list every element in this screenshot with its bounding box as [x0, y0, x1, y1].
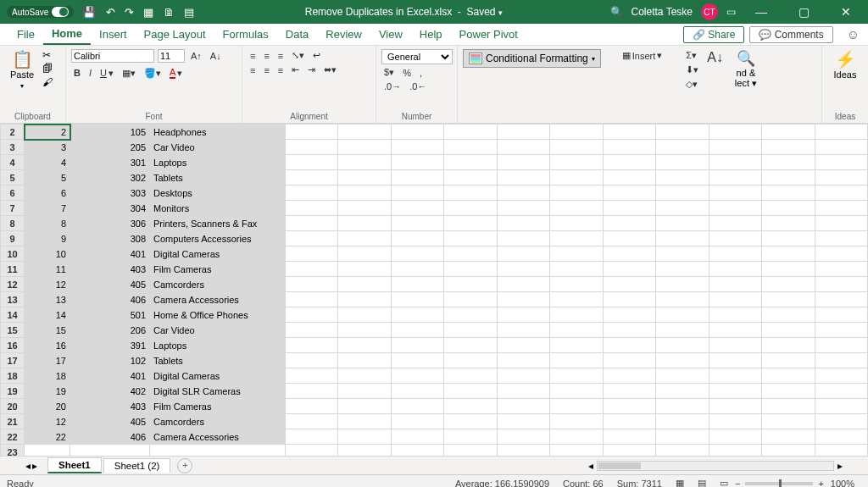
cell[interactable] — [338, 216, 391, 231]
cell[interactable] — [286, 368, 338, 384]
cell[interactable] — [709, 292, 761, 307]
cell[interactable] — [391, 262, 443, 277]
cell[interactable]: 7 — [25, 201, 70, 216]
tab-power-pivot[interactable]: Power Pivot — [451, 24, 526, 45]
autosum-icon[interactable]: Σ▾ — [683, 49, 701, 62]
increase-font-icon[interactable]: A↑ — [188, 50, 204, 62]
cell[interactable] — [603, 338, 655, 353]
cell[interactable] — [497, 384, 549, 399]
cell[interactable] — [709, 125, 761, 140]
view-normal-icon[interactable]: ▦ — [676, 478, 684, 487]
conditional-formatting-button[interactable]: Conditional Formatting ▾ — [463, 49, 601, 68]
cell[interactable] — [709, 384, 761, 399]
cell[interactable] — [603, 170, 655, 185]
cell[interactable] — [25, 445, 70, 457]
cell[interactable] — [709, 323, 761, 338]
cell[interactable]: 12 — [25, 414, 70, 429]
cell[interactable] — [286, 338, 338, 353]
cell[interactable] — [762, 170, 815, 185]
cell[interactable] — [444, 170, 497, 185]
cell[interactable] — [550, 231, 603, 246]
feedback-icon[interactable]: ☺ — [847, 27, 860, 42]
cell[interactable] — [497, 125, 549, 140]
cell[interactable] — [550, 185, 603, 201]
underline-button[interactable]: U▾ — [97, 67, 116, 80]
cell[interactable] — [656, 307, 709, 323]
cell[interactable]: Camera Accessories — [150, 429, 286, 445]
cell[interactable] — [444, 231, 497, 246]
row-header[interactable]: 9 — [1, 231, 25, 246]
cell[interactable] — [550, 140, 603, 155]
cell[interactable]: Digital SLR Cameras — [150, 384, 286, 399]
cell[interactable]: Desktops — [150, 185, 286, 201]
cell[interactable] — [338, 414, 391, 429]
font-name-combo[interactable] — [71, 49, 154, 63]
minimize-button[interactable]: — — [744, 5, 778, 19]
row-header[interactable]: 15 — [1, 323, 25, 338]
cell[interactable] — [391, 185, 443, 201]
cell[interactable] — [550, 170, 603, 185]
cell[interactable] — [444, 140, 497, 155]
cell[interactable] — [391, 414, 443, 429]
cell[interactable] — [603, 201, 655, 216]
cell[interactable] — [444, 262, 497, 277]
font-color-button[interactable]: A▾ — [167, 66, 185, 80]
cell[interactable] — [338, 445, 391, 457]
cell[interactable] — [709, 140, 761, 155]
cell[interactable] — [391, 399, 443, 414]
cell[interactable]: Film Cameras — [150, 262, 286, 277]
cell[interactable]: 8 — [25, 216, 70, 231]
worksheet-grid[interactable]: 22105Headphones33205Car Video44301Laptop… — [0, 124, 868, 456]
cell[interactable] — [444, 338, 497, 353]
cell[interactable]: 6 — [25, 185, 70, 201]
cell[interactable] — [338, 384, 391, 399]
cell[interactable] — [603, 414, 655, 429]
align-middle-icon[interactable]: ≡ — [261, 50, 271, 62]
cell[interactable] — [709, 170, 761, 185]
cell[interactable] — [497, 246, 549, 262]
cell[interactable] — [391, 323, 443, 338]
cell[interactable] — [815, 262, 867, 277]
sheet-tab-1[interactable]: Sheet1 — [47, 457, 102, 473]
cell[interactable] — [391, 429, 443, 445]
cell[interactable] — [286, 445, 338, 457]
cell[interactable] — [603, 277, 655, 292]
cell[interactable] — [391, 292, 443, 307]
cell[interactable]: 303 — [70, 185, 150, 201]
cell[interactable] — [391, 277, 443, 292]
cell[interactable] — [762, 323, 815, 338]
cell[interactable] — [444, 216, 497, 231]
cell[interactable] — [444, 414, 497, 429]
cell[interactable] — [338, 338, 391, 353]
cell[interactable]: Laptops — [150, 338, 286, 353]
qat-icon-1[interactable]: ▦ — [143, 6, 153, 19]
copy-icon[interactable]: 🗐 — [42, 63, 53, 75]
cell[interactable] — [497, 140, 549, 155]
cell[interactable] — [286, 262, 338, 277]
cell[interactable] — [497, 399, 549, 414]
cell[interactable]: Printers, Scanners & Fax — [150, 216, 286, 231]
cell[interactable]: Camera Accessories — [150, 292, 286, 307]
cell[interactable] — [391, 307, 443, 323]
cell[interactable]: 105 — [70, 125, 150, 140]
cell[interactable] — [656, 429, 709, 445]
user-name[interactable]: Coletta Teske — [632, 6, 693, 18]
cell[interactable] — [656, 140, 709, 155]
cell[interactable] — [391, 231, 443, 246]
cell[interactable] — [444, 201, 497, 216]
decrease-indent-icon[interactable]: ⇤ — [289, 64, 302, 76]
cell[interactable] — [815, 368, 867, 384]
row-header[interactable]: 6 — [1, 185, 25, 201]
cell[interactable] — [709, 429, 761, 445]
cell[interactable] — [709, 246, 761, 262]
percent-icon[interactable]: % — [400, 67, 414, 79]
cell[interactable] — [497, 292, 549, 307]
row-header[interactable]: 21 — [1, 414, 25, 429]
cell[interactable] — [550, 307, 603, 323]
cell[interactable] — [550, 323, 603, 338]
cell[interactable] — [497, 216, 549, 231]
cell[interactable] — [603, 429, 655, 445]
cell[interactable] — [444, 277, 497, 292]
paste-button[interactable]: 📋 Paste▾ — [5, 49, 39, 90]
cell[interactable] — [550, 399, 603, 414]
